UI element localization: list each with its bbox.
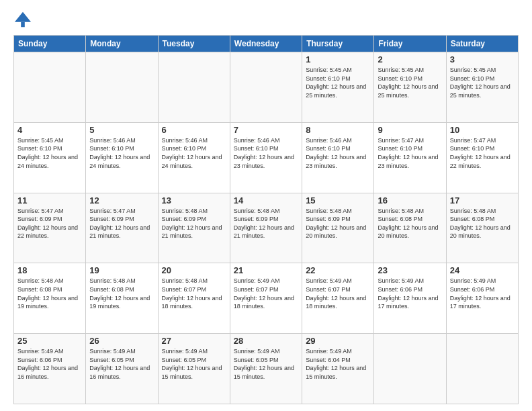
day-number: 14 xyxy=(234,195,298,205)
calendar-cell: 29Sunrise: 5:49 AM Sunset: 6:04 PM Dayli… xyxy=(302,334,374,404)
day-number: 7 xyxy=(234,125,298,135)
day-number: 20 xyxy=(162,265,226,275)
calendar-cell: 1Sunrise: 5:45 AM Sunset: 6:10 PM Daylig… xyxy=(302,52,374,123)
logo-icon xyxy=(13,11,32,30)
logo xyxy=(13,11,35,30)
day-number: 24 xyxy=(450,265,515,275)
day-number: 4 xyxy=(17,125,82,135)
calendar-cell xyxy=(374,334,446,404)
calendar-table: SundayMondayTuesdayWednesdayThursdayFrid… xyxy=(13,35,519,404)
day-number: 5 xyxy=(89,125,154,135)
day-info: Sunrise: 5:48 AM Sunset: 6:09 PM Dayligh… xyxy=(234,207,298,240)
weekday-header-friday: Friday xyxy=(374,36,446,52)
day-info: Sunrise: 5:49 AM Sunset: 6:05 PM Dayligh… xyxy=(89,347,154,381)
day-info: Sunrise: 5:46 AM Sunset: 6:10 PM Dayligh… xyxy=(89,136,154,170)
day-info: Sunrise: 5:48 AM Sunset: 6:08 PM Dayligh… xyxy=(450,207,515,240)
day-info: Sunrise: 5:46 AM Sunset: 6:10 PM Dayligh… xyxy=(234,136,298,170)
calendar-cell: 17Sunrise: 5:48 AM Sunset: 6:08 PM Dayli… xyxy=(446,193,518,263)
day-info: Sunrise: 5:49 AM Sunset: 6:06 PM Dayligh… xyxy=(378,277,442,310)
weekday-row: SundayMondayTuesdayWednesdayThursdayFrid… xyxy=(14,36,519,52)
day-info: Sunrise: 5:49 AM Sunset: 6:05 PM Dayligh… xyxy=(234,347,298,381)
calendar-cell: 4Sunrise: 5:45 AM Sunset: 6:10 PM Daylig… xyxy=(14,122,86,193)
weekday-header-sunday: Sunday xyxy=(14,36,86,52)
calendar-week-0: 1Sunrise: 5:45 AM Sunset: 6:10 PM Daylig… xyxy=(14,52,519,123)
page: SundayMondayTuesdayWednesdayThursdayFrid… xyxy=(0,0,532,411)
calendar-week-4: 25Sunrise: 5:49 AM Sunset: 6:06 PM Dayli… xyxy=(14,334,519,404)
calendar-cell: 20Sunrise: 5:48 AM Sunset: 6:07 PM Dayli… xyxy=(158,263,230,334)
calendar-cell: 16Sunrise: 5:48 AM Sunset: 6:08 PM Dayli… xyxy=(374,193,446,263)
calendar-cell: 15Sunrise: 5:48 AM Sunset: 6:09 PM Dayli… xyxy=(302,193,374,263)
calendar-cell: 10Sunrise: 5:47 AM Sunset: 6:10 PM Dayli… xyxy=(446,122,518,193)
day-number: 19 xyxy=(89,265,154,275)
calendar-cell: 27Sunrise: 5:49 AM Sunset: 6:05 PM Dayli… xyxy=(158,334,230,404)
day-number: 13 xyxy=(162,195,226,205)
calendar-cell: 21Sunrise: 5:49 AM Sunset: 6:07 PM Dayli… xyxy=(230,263,302,334)
calendar-cell: 8Sunrise: 5:46 AM Sunset: 6:10 PM Daylig… xyxy=(302,122,374,193)
day-info: Sunrise: 5:49 AM Sunset: 6:04 PM Dayligh… xyxy=(306,347,370,381)
calendar-week-2: 11Sunrise: 5:47 AM Sunset: 6:09 PM Dayli… xyxy=(14,193,519,263)
day-info: Sunrise: 5:49 AM Sunset: 6:06 PM Dayligh… xyxy=(17,347,82,381)
day-info: Sunrise: 5:45 AM Sunset: 6:10 PM Dayligh… xyxy=(306,66,370,99)
calendar-cell: 28Sunrise: 5:49 AM Sunset: 6:05 PM Dayli… xyxy=(230,334,302,404)
calendar-cell: 3Sunrise: 5:45 AM Sunset: 6:10 PM Daylig… xyxy=(446,52,518,123)
calendar-week-1: 4Sunrise: 5:45 AM Sunset: 6:10 PM Daylig… xyxy=(14,122,519,193)
day-info: Sunrise: 5:48 AM Sunset: 6:07 PM Dayligh… xyxy=(162,277,226,310)
day-number: 11 xyxy=(17,195,82,205)
calendar-cell: 13Sunrise: 5:48 AM Sunset: 6:09 PM Dayli… xyxy=(158,193,230,263)
calendar-cell: 14Sunrise: 5:48 AM Sunset: 6:09 PM Dayli… xyxy=(230,193,302,263)
day-number: 3 xyxy=(450,54,515,64)
day-info: Sunrise: 5:48 AM Sunset: 6:08 PM Dayligh… xyxy=(17,277,82,310)
day-info: Sunrise: 5:49 AM Sunset: 6:07 PM Dayligh… xyxy=(306,277,370,310)
calendar-cell xyxy=(446,334,518,404)
svg-marker-0 xyxy=(15,12,31,22)
day-info: Sunrise: 5:49 AM Sunset: 6:06 PM Dayligh… xyxy=(450,277,515,310)
day-number: 17 xyxy=(450,195,515,205)
day-number: 12 xyxy=(89,195,154,205)
day-number: 8 xyxy=(306,125,370,135)
calendar-cell: 6Sunrise: 5:46 AM Sunset: 6:10 PM Daylig… xyxy=(158,122,230,193)
day-number: 21 xyxy=(234,265,298,275)
calendar-cell: 19Sunrise: 5:48 AM Sunset: 6:08 PM Dayli… xyxy=(86,263,158,334)
calendar-header: SundayMondayTuesdayWednesdayThursdayFrid… xyxy=(14,36,519,52)
header xyxy=(13,11,519,30)
calendar-cell: 23Sunrise: 5:49 AM Sunset: 6:06 PM Dayli… xyxy=(374,263,446,334)
svg-rect-1 xyxy=(21,22,25,27)
day-info: Sunrise: 5:45 AM Sunset: 6:10 PM Dayligh… xyxy=(450,66,515,99)
day-info: Sunrise: 5:49 AM Sunset: 6:05 PM Dayligh… xyxy=(162,347,226,381)
day-number: 23 xyxy=(378,265,442,275)
calendar-cell: 24Sunrise: 5:49 AM Sunset: 6:06 PM Dayli… xyxy=(446,263,518,334)
day-info: Sunrise: 5:46 AM Sunset: 6:10 PM Dayligh… xyxy=(306,136,370,170)
weekday-header-thursday: Thursday xyxy=(302,36,374,52)
calendar-cell: 12Sunrise: 5:47 AM Sunset: 6:09 PM Dayli… xyxy=(86,193,158,263)
calendar-body: 1Sunrise: 5:45 AM Sunset: 6:10 PM Daylig… xyxy=(14,52,519,404)
day-info: Sunrise: 5:46 AM Sunset: 6:10 PM Dayligh… xyxy=(162,136,226,170)
day-info: Sunrise: 5:47 AM Sunset: 6:09 PM Dayligh… xyxy=(17,207,82,240)
calendar-cell: 2Sunrise: 5:45 AM Sunset: 6:10 PM Daylig… xyxy=(374,52,446,123)
day-number: 22 xyxy=(306,265,370,275)
day-number: 16 xyxy=(378,195,442,205)
calendar-cell xyxy=(230,52,302,123)
calendar-cell: 11Sunrise: 5:47 AM Sunset: 6:09 PM Dayli… xyxy=(14,193,86,263)
day-info: Sunrise: 5:47 AM Sunset: 6:09 PM Dayligh… xyxy=(89,207,154,240)
day-number: 1 xyxy=(306,54,370,64)
day-number: 2 xyxy=(378,54,442,64)
calendar-cell: 5Sunrise: 5:46 AM Sunset: 6:10 PM Daylig… xyxy=(86,122,158,193)
day-number: 10 xyxy=(450,125,515,135)
day-info: Sunrise: 5:45 AM Sunset: 6:10 PM Dayligh… xyxy=(378,66,442,99)
calendar-cell xyxy=(158,52,230,123)
calendar-cell: 26Sunrise: 5:49 AM Sunset: 6:05 PM Dayli… xyxy=(86,334,158,404)
day-info: Sunrise: 5:48 AM Sunset: 6:08 PM Dayligh… xyxy=(378,207,442,240)
calendar-cell xyxy=(86,52,158,123)
day-info: Sunrise: 5:48 AM Sunset: 6:09 PM Dayligh… xyxy=(306,207,370,240)
day-info: Sunrise: 5:49 AM Sunset: 6:07 PM Dayligh… xyxy=(234,277,298,310)
day-number: 9 xyxy=(378,125,442,135)
day-info: Sunrise: 5:47 AM Sunset: 6:10 PM Dayligh… xyxy=(450,136,515,170)
day-number: 29 xyxy=(306,336,370,346)
calendar-week-3: 18Sunrise: 5:48 AM Sunset: 6:08 PM Dayli… xyxy=(14,263,519,334)
day-number: 15 xyxy=(306,195,370,205)
calendar-cell: 25Sunrise: 5:49 AM Sunset: 6:06 PM Dayli… xyxy=(14,334,86,404)
day-info: Sunrise: 5:48 AM Sunset: 6:09 PM Dayligh… xyxy=(162,207,226,240)
calendar-cell: 9Sunrise: 5:47 AM Sunset: 6:10 PM Daylig… xyxy=(374,122,446,193)
day-info: Sunrise: 5:45 AM Sunset: 6:10 PM Dayligh… xyxy=(17,136,82,170)
calendar-cell: 22Sunrise: 5:49 AM Sunset: 6:07 PM Dayli… xyxy=(302,263,374,334)
